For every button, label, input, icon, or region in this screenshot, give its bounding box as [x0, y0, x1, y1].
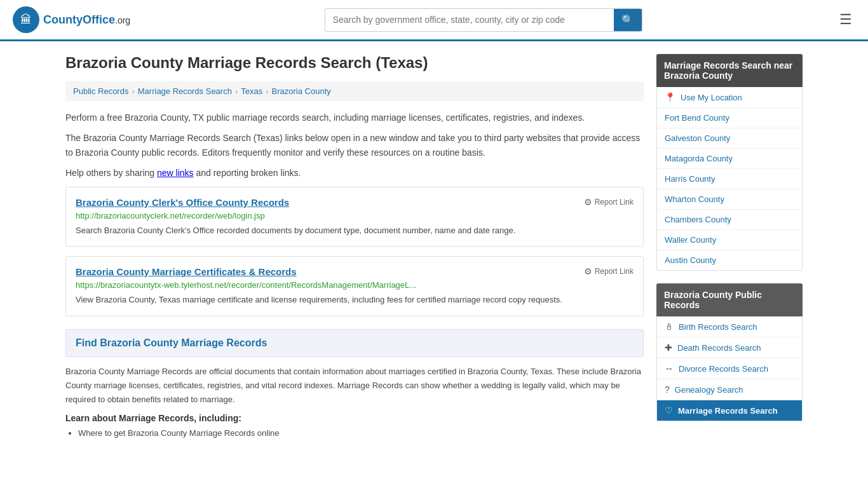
public-records-link-3[interactable]: Genealogy Search — [675, 385, 743, 395]
nearby-item-4[interactable]: Harris County — [657, 169, 802, 189]
sidebar-public-records-section: Brazoria County Public Records 🕯 Birth R… — [656, 283, 803, 421]
public-records-link-4[interactable]: Marriage Records Search — [678, 406, 778, 416]
link-url-1: https://brazoriacountytx-web.tylerhost.n… — [76, 280, 634, 290]
search-button[interactable]: 🔍 — [614, 9, 642, 31]
link-cards: Brazoria County Clerk's Office County Re… — [65, 187, 644, 316]
breadcrumb-public-records[interactable]: Public Records — [73, 86, 128, 96]
link-card-1: Brazoria County Marriage Certificates & … — [65, 256, 644, 316]
bullet-list: Where to get Brazoria County Marriage Re… — [65, 428, 644, 438]
public-records-item-1[interactable]: ✚ Death Records Search — [657, 337, 802, 358]
report-link-1[interactable]: ⚙ Report Link — [584, 266, 634, 276]
public-records-item-2[interactable]: ↔ Divorce Records Search — [657, 358, 802, 379]
new-links-link[interactable]: new links — [157, 168, 194, 178]
link-desc-0: Search Brazoria County Clerk's Office re… — [76, 224, 634, 237]
nearby-item-8[interactable]: Austin County — [657, 250, 802, 270]
public-records-icon-1: ✚ — [665, 342, 672, 353]
nearby-item-link-1[interactable]: Fort Bend County — [665, 113, 729, 123]
nearby-item-7[interactable]: Waller County — [657, 230, 802, 250]
search-input[interactable] — [325, 10, 614, 30]
link-card-title-0: Brazoria County Clerk's Office County Re… — [76, 197, 289, 208]
link-card-link-0[interactable]: Brazoria County Clerk's Office County Re… — [76, 197, 289, 208]
nearby-item-0[interactable]: 📍 Use My Location — [657, 87, 802, 108]
sidebar-marriage-header: Marriage Records Search near Brazoria Co… — [656, 54, 803, 87]
public-records-list: 🕯 Birth Records Search ✚ Death Records S… — [656, 316, 803, 421]
content-area: Brazoria County Marriage Records Search … — [65, 54, 644, 440]
find-section-box: Find Brazoria County Marriage Records — [65, 329, 644, 357]
nearby-item-icon-0: 📍 — [665, 92, 675, 102]
logo-text: CountyOffice.org — [43, 13, 130, 27]
logo-icon: 🏛 — [13, 6, 39, 33]
link-card-0: Brazoria County Clerk's Office County Re… — [65, 187, 644, 247]
sidebar-public-records-header: Brazoria County Public Records — [656, 283, 803, 316]
sidebar-marriage-section: Marriage Records Search near Brazoria Co… — [656, 54, 803, 271]
nearby-item-5[interactable]: Wharton County — [657, 189, 802, 210]
public-records-link-1[interactable]: Death Records Search — [677, 343, 761, 353]
public-records-item-4[interactable]: ♡ Marriage Records Search — [657, 400, 802, 421]
public-records-icon-4: ♡ — [665, 405, 673, 416]
learn-title: Learn about Marriage Records, including: — [65, 413, 644, 423]
nearby-item-link-6[interactable]: Chambers County — [665, 215, 731, 224]
page-title: Brazoria County Marriage Records Search … — [65, 54, 644, 72]
description-3: Help others by sharing new links and rep… — [65, 166, 644, 180]
nearby-item-link-5[interactable]: Wharton County — [665, 194, 724, 204]
breadcrumb-texas[interactable]: Texas — [241, 86, 262, 96]
nearby-item-link-3[interactable]: Matagorda County — [665, 154, 733, 163]
nearby-list: 📍 Use My Location Fort Bend County Galve… — [656, 87, 803, 271]
site-header: 🏛 CountyOffice.org 🔍 ☰ — [0, 0, 868, 41]
report-icon-0: ⚙ — [584, 197, 592, 207]
public-records-link-2[interactable]: Divorce Records Search — [679, 364, 768, 374]
report-icon-1: ⚙ — [584, 266, 592, 276]
nearby-item-link-2[interactable]: Galveston County — [665, 133, 730, 143]
description-2: The Brazoria County Marriage Records Sea… — [65, 131, 644, 159]
find-section-title: Find Brazoria County Marriage Records — [76, 337, 634, 349]
public-records-icon-2: ↔ — [665, 363, 674, 374]
main-container: Brazoria County Marriage Records Search … — [53, 41, 815, 453]
link-desc-1: View Brazoria County, Texas marriage cer… — [76, 294, 634, 306]
public-records-icon-3: ? — [665, 384, 670, 395]
bullet-item-0: Where to get Brazoria County Marriage Re… — [78, 428, 644, 438]
menu-icon[interactable]: ☰ — [836, 8, 855, 31]
public-records-icon-0: 🕯 — [665, 322, 674, 332]
public-records-item-0[interactable]: 🕯 Birth Records Search — [657, 316, 802, 337]
nearby-item-3[interactable]: Matagorda County — [657, 149, 802, 169]
public-records-item-3[interactable]: ? Genealogy Search — [657, 379, 802, 400]
public-records-link-0[interactable]: Birth Records Search — [679, 322, 757, 332]
nearby-item-2[interactable]: Galveston County — [657, 128, 802, 149]
link-card-link-1[interactable]: Brazoria County Marriage Certificates & … — [76, 266, 297, 277]
nearby-item-link-7[interactable]: Waller County — [665, 235, 716, 245]
nearby-item-link-4[interactable]: Harris County — [665, 174, 715, 184]
nearby-item-1[interactable]: Fort Bend County — [657, 108, 802, 128]
find-body-text: Brazoria County Marriage Records are off… — [65, 365, 644, 407]
description-1: Perform a free Brazoria County, TX publi… — [65, 111, 644, 125]
breadcrumb: Public Records › Marriage Records Search… — [65, 81, 644, 101]
breadcrumb-marriage-records-search[interactable]: Marriage Records Search — [138, 86, 232, 96]
breadcrumb-brazoria-county[interactable]: Brazoria County — [272, 86, 331, 96]
report-link-0[interactable]: ⚙ Report Link — [584, 197, 634, 207]
sidebar: Marriage Records Search near Brazoria Co… — [656, 54, 803, 440]
nearby-item-link-0[interactable]: Use My Location — [681, 93, 742, 102]
nearby-item-6[interactable]: Chambers County — [657, 210, 802, 230]
search-bar: 🔍 — [325, 8, 642, 32]
logo-area: 🏛 CountyOffice.org — [13, 6, 130, 33]
link-card-title-1: Brazoria County Marriage Certificates & … — [76, 266, 297, 277]
nearby-item-link-8[interactable]: Austin County — [665, 255, 716, 265]
link-url-0: http://brazoriacountyclerk.net/recorder/… — [76, 211, 634, 220]
